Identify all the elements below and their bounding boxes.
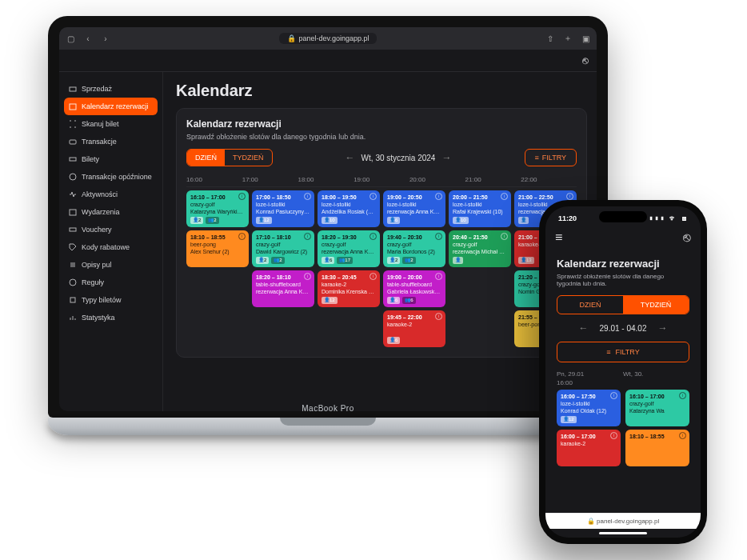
sidebar-item-aktywnosci[interactable]: Aktywności [64,186,158,203]
info-icon[interactable]: i [679,432,686,439]
count-badge: 👥17 [337,257,353,264]
sidebar-item-bilety[interactable]: Bilety [64,150,158,168]
event-customer: Konrad Pasiuczynyi (12) [256,209,310,215]
info-icon[interactable]: i [610,392,617,399]
event-activity: table-shuffleboard [387,282,441,288]
sidebar-item-typy[interactable]: Typy biletów [64,291,158,309]
info-icon[interactable]: i [435,193,442,200]
url-text: panel-dev.goingapp.pl [299,34,370,42]
reservation-card[interactable]: i19:00 – 20:00table-shuffleboardGabriela… [383,270,445,307]
info-icon[interactable]: i [435,233,442,240]
reservation-card[interactable]: i18:20 – 19:30crazy-golfrezerwacja Anna … [318,230,380,267]
calendar-grid[interactable]: i16:10 – 17:00crazy-golfKatarzyna Waryńk… [186,190,577,347]
reservation-card[interactable]: i16:10 – 17:00crazy-golfKatarzyna Wa [625,390,689,426]
info-icon[interactable]: i [304,193,311,200]
event-activity: loze-i-stoliki [453,202,507,208]
info-icon[interactable]: i [501,193,508,200]
info-icon[interactable]: i [566,193,573,200]
info-icon[interactable]: i [501,233,508,240]
reservation-card[interactable]: i18:20 – 18:10table-shuffleboardrezerwac… [252,270,314,307]
svg-rect-3 [70,158,76,161]
reservation-card[interactable]: i16:00 – 17:50loze-i-stolikiKonrad Oldak… [557,390,621,426]
reservation-card[interactable]: i20:40 – 21:50crazy-golfrezerwacja Micha… [449,230,511,267]
app-bar: ⎋ [59,50,597,72]
info-icon[interactable]: i [238,193,246,200]
info-icon[interactable]: i [304,273,311,280]
sidebar-item-wydarzenia[interactable]: Wydarzenia [64,203,158,221]
cart-icon [69,85,77,93]
count-badge: 👥2 [206,217,218,224]
reservation-card[interactable]: i19:45 – 22:00karaoke-2👤6 [383,310,445,347]
event-customer: Andżelika Rosiak (10) [322,209,376,215]
phone-filter-button[interactable]: ≡ FILTRY [557,342,689,362]
info-icon[interactable]: i [238,233,246,240]
reservation-card[interactable]: i19:40 – 20:30crazy-golfMaria Bordonos (… [383,230,445,267]
seg-day-button[interactable]: DZIEŃ [187,150,225,166]
phone-seg-week[interactable]: TYDZIEŃ [623,296,689,314]
sidebar-item-vouchery[interactable]: Vouchery [64,221,158,238]
logout-icon[interactable]: ⎋ [683,230,691,245]
filter-button[interactable]: ≡ FILTRY [525,149,577,166]
info-icon[interactable]: i [370,233,377,240]
people-badge: 👤6 [387,297,400,304]
info-icon[interactable]: i [610,432,617,439]
clock-icon [69,173,77,181]
seg-week-button[interactable]: TYDZIEŃ [225,150,272,166]
back-button[interactable]: ‹ [82,32,94,45]
event-activity: crazy-golf [322,242,376,248]
phone-url-bar[interactable]: 🔒 panel-dev.goingapp.pl [545,513,701,529]
sidebar-item-transakcje[interactable]: Transakcje [64,133,158,150]
info-icon[interactable]: i [370,273,377,280]
reservation-card[interactable]: i19:00 – 20:50loze-i-stolikirezerwacja A… [383,190,445,227]
people-badge: 👤12 [561,416,577,423]
logout-icon[interactable]: ⎋ [582,54,589,66]
info-icon[interactable]: i [435,273,442,280]
reservation-card[interactable]: i20:00 – 21:50loze-i-stolikiRafał Krajew… [449,190,511,227]
event-customer: Gabriela Łaskowska (6) [387,289,441,295]
phone-prev-week[interactable]: ← [579,322,589,334]
next-day-button[interactable]: → [441,152,451,163]
url-bar[interactable]: 🔒 panel-dev.goingapp.pl [279,33,377,44]
sidebar-item-kalendarz[interactable]: Kalendarz rezerwacji [64,98,158,115]
reservation-card[interactable]: i18:10 – 18:55beer-pongAlex Snehur (2) [186,230,249,267]
info-icon[interactable]: i [679,392,686,399]
phone-home-indicator[interactable] [599,532,647,534]
sidebar-item-opisy[interactable]: Opisy pul [64,256,158,274]
phone-next-week[interactable]: → [657,322,667,334]
phone-grid[interactable]: i16:00 – 17:50loze-i-stolikiKonrad Oldak… [557,390,689,466]
reservation-card[interactable]: i17:10 – 18:10crazy-golfDawid Kargowicz … [252,230,314,267]
calendar-column: i20:00 – 21:50loze-i-stolikiRafał Krajew… [449,190,511,347]
reservation-card[interactable]: i16:00 – 17:00karaoke-2 [557,430,621,466]
people-badge: 👤 [453,257,463,264]
info-icon[interactable]: i [370,193,377,200]
phone-seg-day[interactable]: DZIEŃ [557,296,623,314]
sidebar-item-transakcje-op[interactable]: Transakcje opóźnione [64,168,158,186]
reservation-card[interactable]: i16:10 – 17:00crazy-golfKatarzyna Waryńk… [186,190,249,227]
svg-rect-6 [70,228,76,231]
reservation-card[interactable]: i18:10 – 18:55 [625,430,689,466]
new-tab-icon[interactable]: ＋ [561,32,574,45]
reservation-card[interactable]: i17:00 – 18:50loze-i-stolikiKonrad Pasiu… [252,190,314,227]
rules-icon [69,278,77,286]
event-activity: beer-pong [190,242,245,248]
sidebar-item-sprzedaz[interactable]: Sprzedaż [64,80,158,98]
sidebar-item-kody[interactable]: Kody rabatowe [64,238,158,256]
event-customer: Maria Bordonos (2) [387,249,441,255]
sidebar-item-skanuj[interactable]: Skanuj bilet [64,115,158,133]
sidebar-item-reguly[interactable]: Reguły [64,274,158,291]
tabs-icon[interactable]: ▣ [579,32,592,45]
forward-button[interactable]: › [99,32,112,45]
dynamic-island [599,211,647,222]
info-icon[interactable]: i [304,233,311,240]
reservation-card[interactable]: i18:30 – 20:45karaoke-2Dominika Krenska … [318,270,380,307]
sidebar-item-stats[interactable]: Statystyka [64,309,158,326]
people-badge: 👤2 [387,257,400,264]
menu-icon[interactable]: ≡ [555,230,562,245]
share-icon[interactable]: ⇧ [544,32,557,45]
sidebar-toggle-icon[interactable]: ▢ [64,32,77,45]
reservation-card[interactable]: i18:00 – 19:50loze-i-stolikiAndżelika Ro… [318,190,380,227]
info-icon[interactable]: i [435,313,442,320]
event-activity: karaoke-2 [322,282,376,288]
prev-day-button[interactable]: ← [346,152,355,163]
phone-date-range: 29.01 - 04.02 [600,324,647,333]
